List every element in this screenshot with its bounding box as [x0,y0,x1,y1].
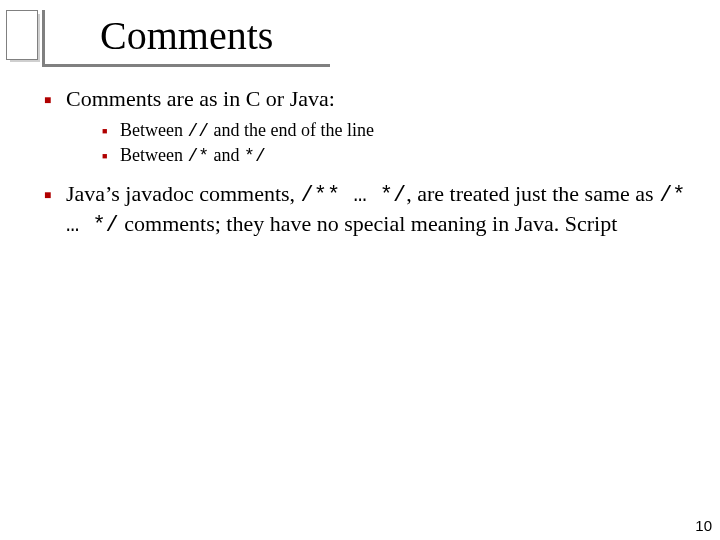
title-rule-horizontal [42,64,330,67]
sub1-code: // [187,121,209,141]
body: ■Comments are as in C or Java: ■Between … [44,86,690,239]
p2-part-b: , are treated just the same as [406,181,659,206]
p2-part-a: Java’s javadoc comments, [66,181,301,206]
title-block: Comments [0,10,720,70]
bullet1-text: Comments are as in C or Java: [66,86,335,111]
slide: Comments ■Comments are as in C or Java: … [0,0,720,540]
sub2-mid: and [209,145,244,165]
bullet-level2-item: ■Between /* and */ [102,145,690,166]
p2-code1: /** … */ [301,183,407,208]
bullet-level2-item: ■Between // and the end of the line [102,120,690,141]
p2-part-c: comments; they have no special meaning i… [119,211,618,236]
title-white-box [6,10,38,60]
sub2-code1: /* [187,146,209,166]
bullet-level1-item: ■Comments are as in C or Java: ■Between … [44,86,690,166]
bullet-level1-item: ■Java’s javadoc comments, /** … */, are … [44,180,690,239]
slide-title: Comments [100,12,273,59]
square-bullet-icon: ■ [102,126,120,136]
title-rule-vertical [42,10,45,67]
square-bullet-icon: ■ [44,188,66,203]
sublist: ■Between // and the end of the line ■Bet… [102,120,690,166]
page-number: 10 [695,517,712,534]
square-bullet-icon: ■ [44,93,66,108]
sub2-code2: */ [244,146,266,166]
square-bullet-icon: ■ [102,151,120,161]
sub1-part-a: Between [120,120,187,140]
sub2-part-a: Between [120,145,187,165]
sub1-part-b: and the end of the line [209,120,374,140]
